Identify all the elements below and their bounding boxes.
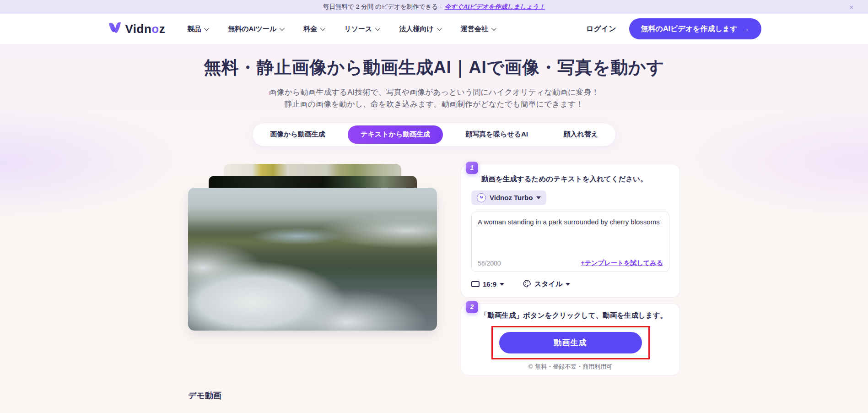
promo-text: 毎日無料で 2 分間 のビデオを制作できる - <box>323 3 442 11</box>
caret-down-icon <box>566 283 570 286</box>
aspect-ratio-icon <box>471 281 480 287</box>
step2-badge: 2 <box>466 301 478 313</box>
nav-item-resources[interactable]: リソース <box>344 25 379 33</box>
aspect-ratio-selector[interactable]: 16:9 <box>471 280 504 288</box>
highlight-annotation-box: 動画生成 <box>491 326 650 359</box>
prompt-input-box[interactable]: A woman standing in a park surrounded by… <box>471 212 669 272</box>
try-template-link[interactable]: +テンプレートを試してみる <box>581 259 663 267</box>
nav-item-pricing[interactable]: 料金 <box>303 25 324 33</box>
close-icon[interactable]: × <box>849 4 853 11</box>
style-selector[interactable]: スタイル <box>523 279 570 289</box>
vidnoz-turbo-icon <box>477 193 486 202</box>
step1-badge: 1 <box>466 162 478 174</box>
demo-video-heading: デモ動画 <box>188 390 680 401</box>
logo-wordmark: Vidnoz <box>125 22 166 36</box>
generator-column: 1 動画を生成するためのテキストを入れてください。 Vidnoz Turbo A… <box>461 164 680 375</box>
step1-instruction: 動画を生成するためのテキストを入れてください。 <box>481 174 669 184</box>
step1-panel: 1 動画を生成するためのテキストを入れてください。 Vidnoz Turbo A… <box>461 164 680 298</box>
step2-instruction: 「動画生成」ボタンをクリックして、動画を生成します。 <box>480 311 670 321</box>
chevron-down-icon <box>204 26 209 31</box>
nav-item-products[interactable]: 製品 <box>187 25 208 33</box>
nav-menu: 製品 無料のAIツール 料金 リソース 法人様向け 運営会社 <box>187 25 495 33</box>
preview-image-front <box>188 188 437 331</box>
arrow-right-icon: → <box>742 25 749 33</box>
nav-item-company[interactable]: 運営会社 <box>461 25 495 33</box>
prompt-text-input[interactable]: A woman standing in a park surrounded by… <box>478 217 663 259</box>
chevron-down-icon <box>320 26 325 31</box>
caret-down-icon <box>500 283 504 286</box>
vidnoz-logo[interactable]: Vidnoz <box>107 21 166 37</box>
video-preview-stack <box>188 164 437 331</box>
login-link[interactable]: ログイン <box>586 24 616 34</box>
top-nav: Vidnoz 製品 無料のAIツール 料金 リソース 法人様向け 運営会社 ログ… <box>0 14 868 44</box>
caret-down-icon <box>536 196 541 199</box>
hero-section: 無料・静止画像から動画生成AI｜AIで画像・写真を動かす 画像から動画生成するA… <box>0 44 868 413</box>
page-subtitle: 画像から動画生成するAI技術で、写真や画像があっという間にハイクオリティな動画に… <box>0 87 868 111</box>
palette-icon <box>523 279 531 289</box>
copyright-icon: © <box>528 363 533 370</box>
tab-talking-photo[interactable]: 顔写真を喋らせるAI <box>453 125 541 144</box>
promo-banner: 毎日無料で 2 分間 のビデオを制作できる - 今すぐAIビデオを作成しましょう… <box>0 0 868 14</box>
chevron-down-icon <box>437 26 442 31</box>
chevron-down-icon <box>280 26 285 31</box>
free-usage-note: © 無料・登録不要・商用利用可 <box>470 363 670 371</box>
text-cursor <box>660 218 661 226</box>
chevron-down-icon <box>375 26 380 31</box>
feature-tabs: 画像から動画生成 テキストから動画生成 顔写真を喋らせるAI 顔入れ替え <box>252 123 616 147</box>
model-selector[interactable]: Vidnoz Turbo <box>471 190 546 205</box>
tab-face-swap[interactable]: 顔入れ替え <box>550 125 611 144</box>
step2-panel: 2 「動画生成」ボタンをクリックして、動画を生成します。 動画生成 © 無料・登… <box>461 303 680 375</box>
nav-item-business[interactable]: 法人様向け <box>399 25 440 33</box>
page-title: 無料・静止画像から動画生成AI｜AIで画像・写真を動かす <box>0 44 868 79</box>
nav-item-free-ai-tools[interactable]: 無料のAIツール <box>228 25 283 33</box>
create-free-ai-video-button[interactable]: 無料のAIビデオを作成します → <box>629 18 761 39</box>
promo-link[interactable]: 今すぐAIビデオを作成しましょう！ <box>444 3 545 11</box>
char-counter: 56/2000 <box>478 260 501 267</box>
model-name: Vidnoz Turbo <box>490 194 533 201</box>
vidnoz-logo-icon <box>107 21 123 37</box>
tab-image-to-video[interactable]: 画像から動画生成 <box>257 125 338 144</box>
chevron-down-icon <box>491 26 496 31</box>
tab-text-to-video[interactable]: テキストから動画生成 <box>348 125 443 144</box>
generate-video-button[interactable]: 動画生成 <box>499 332 642 353</box>
